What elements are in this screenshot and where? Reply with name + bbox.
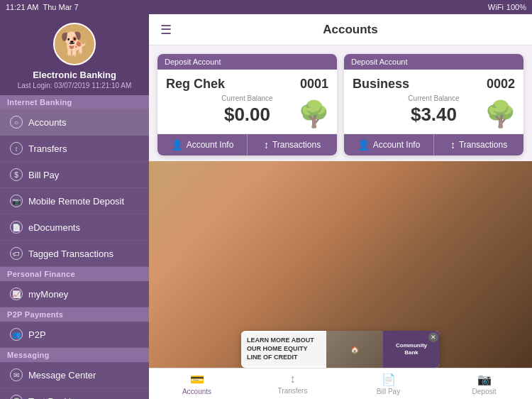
- ad-house-image: 🏠: [326, 331, 383, 368]
- profile-name: Electronic Banking: [33, 70, 116, 80]
- sidebar-label-edocuments: eDocuments: [28, 222, 80, 233]
- account-2-info-label: Account Info: [373, 140, 421, 150]
- sidebar-item-edocuments[interactable]: 📄 eDocuments: [0, 214, 149, 241]
- main-content: ☰ Accounts Deposit Account Reg Chek 0001…: [149, 14, 532, 399]
- accounts-area: Deposit Account Reg Chek 0001 Current Ba…: [149, 45, 532, 161]
- account-1-info-button[interactable]: 👤 Account Info: [157, 134, 248, 155]
- account-1-transactions-button[interactable]: ↕ Transactions: [248, 134, 337, 155]
- status-day: Thu Mar 7: [43, 3, 78, 11]
- account-2-transactions-icon: ↕: [450, 139, 455, 151]
- account-1-name: Reg Chek: [166, 77, 225, 92]
- sidebar-item-text-banking[interactable]: 💬 Text Banking: [0, 388, 149, 399]
- sidebar-item-transfers[interactable]: ↕ Transfers: [0, 136, 149, 162]
- sidebar-section-internet-banking: Internet Banking: [0, 95, 149, 109]
- sidebar-label-transfers: Transfers: [28, 143, 67, 154]
- sidebar-item-p2p[interactable]: 👥 P2P: [0, 322, 149, 348]
- bottom-tab-bar: 💳 Accounts ↕ Transfers 📄 Bill Pay 📷 Depo…: [149, 368, 532, 399]
- sidebar-label-mymoney: myMoney: [28, 289, 68, 300]
- sidebar-item-mobile-deposit[interactable]: 📷 Mobile Remote Deposit: [0, 188, 149, 214]
- account-card-1: Deposit Account Reg Chek 0001 Current Ba…: [157, 54, 337, 155]
- account-2-transactions-button[interactable]: ↕ Transactions: [434, 134, 523, 155]
- tab-transfers[interactable]: ↕ Transfers: [245, 370, 340, 398]
- ad-text: LEARN MORE ABOUT OUR HOME EQUITY LINE OF…: [247, 337, 321, 361]
- account-2-info-icon: 👤: [358, 139, 370, 151]
- sidebar-section-p2p: P2P Payments: [0, 307, 149, 322]
- avatar: 🐕: [53, 23, 96, 65]
- sidebar-item-tagged-transactions[interactable]: 🏷 Tagged Transactions: [0, 241, 149, 267]
- sidebar-label-mobile-deposit: Mobile Remote Deposit: [28, 196, 124, 207]
- mymoney-icon: 📈: [10, 288, 23, 300]
- sidebar-item-bill-pay[interactable]: $ Bill Pay: [0, 162, 149, 188]
- sidebar-profile: 🐕 Electronic Banking Last Login: 03/07/2…: [0, 14, 149, 95]
- sidebar-label-text-banking: Text Banking: [28, 396, 81, 400]
- account-1-number: 0001: [300, 77, 328, 92]
- profile-last-login: Last Login: 03/07/2019 11:21:10 AM: [18, 82, 132, 89]
- p2p-icon: 👥: [10, 328, 23, 341]
- account-card-2: Deposit Account Business 0002 Current Ba…: [344, 54, 523, 155]
- wifi-icon: WiFi: [488, 3, 504, 11]
- account-2-transactions-label: Transactions: [459, 140, 507, 150]
- account-1-info-label: Account Info: [187, 140, 234, 150]
- hamburger-icon[interactable]: ☰: [160, 22, 172, 38]
- sidebar: 🐕 Electronic Banking Last Login: 03/07/2…: [0, 14, 149, 399]
- message-center-icon: ✉: [10, 368, 23, 381]
- bill-pay-icon: $: [10, 168, 23, 181]
- transactions-icon: ↕: [264, 139, 269, 151]
- tab-deposit-label: Deposit: [472, 388, 497, 395]
- account-2-number: 0002: [487, 77, 515, 92]
- battery-icon: 100%: [506, 3, 526, 11]
- account-info-icon: 👤: [171, 139, 183, 151]
- sidebar-item-message-center[interactable]: ✉ Message Center: [0, 362, 149, 388]
- tagged-transactions-icon: 🏷: [10, 247, 23, 260]
- edocuments-icon: 📄: [10, 221, 23, 234]
- account-card-1-footer: 👤 Account Info ↕ Transactions: [157, 133, 337, 155]
- tab-bill-pay-label: Bill Pay: [377, 388, 400, 395]
- account-card-1-body: Reg Chek 0001 Current Balance $0.00 🌳: [157, 70, 337, 133]
- status-bar-left: 11:21 AM Thu Mar 7: [6, 3, 79, 11]
- account-name-row-1: Reg Chek 0001: [166, 77, 328, 92]
- background-photo: LEARN MORE ABOUT OUR HOME EQUITY LINE OF…: [149, 161, 532, 399]
- house-icon: 🏠: [350, 346, 359, 354]
- accounts-icon: ○: [10, 116, 23, 129]
- account-card-2-body: Business 0002 Current Balance $3.40 🌳: [344, 70, 523, 133]
- sidebar-label-accounts: Accounts: [28, 117, 66, 128]
- sidebar-label-bill-pay: Bill Pay: [28, 170, 59, 180]
- status-bar-right: WiFi 100%: [488, 3, 526, 11]
- sidebar-label-p2p: P2P: [28, 329, 46, 340]
- sidebar-section-messaging: Messaging: [0, 348, 149, 362]
- ad-text-area: LEARN MORE ABOUT OUR HOME EQUITY LINE OF…: [241, 332, 326, 366]
- tab-bill-pay[interactable]: 📄 Bill Pay: [340, 370, 436, 398]
- tab-transfers-icon: ↕: [290, 373, 296, 386]
- tab-accounts-label: Accounts: [182, 388, 211, 395]
- app-container: 🐕 Electronic Banking Last Login: 03/07/2…: [0, 14, 532, 399]
- sidebar-label-message-center: Message Center: [28, 370, 96, 381]
- ad-logo-line1: Community: [396, 342, 427, 349]
- sidebar-item-accounts[interactable]: ○ Accounts: [0, 109, 149, 136]
- account-card-2-header: Deposit Account: [344, 54, 523, 70]
- status-time: 11:21 AM: [6, 3, 38, 11]
- tab-transfers-label: Transfers: [278, 387, 308, 395]
- account-name-row-2: Business 0002: [353, 77, 515, 92]
- sidebar-section-personal-finance: Personal Finance: [0, 267, 149, 281]
- ad-banner: LEARN MORE ABOUT OUR HOME EQUITY LINE OF…: [241, 331, 440, 368]
- account-card-1-header: Deposit Account: [157, 54, 337, 70]
- sidebar-item-mymoney[interactable]: 📈 myMoney: [0, 281, 149, 307]
- account-2-name: Business: [353, 77, 409, 92]
- tab-bill-pay-icon: 📄: [382, 373, 396, 386]
- tab-accounts-icon: 💳: [190, 373, 204, 386]
- text-banking-icon: 💬: [10, 395, 23, 399]
- top-nav: ☰ Accounts: [149, 14, 532, 45]
- page-title: Accounts: [180, 23, 521, 37]
- tab-accounts[interactable]: 💳 Accounts: [149, 370, 245, 398]
- transfers-icon: ↕: [10, 142, 23, 155]
- tab-deposit-icon: 📷: [477, 373, 492, 386]
- mobile-deposit-icon: 📷: [10, 195, 23, 207]
- ad-close-button[interactable]: ✕: [428, 332, 438, 342]
- avatar-icon: 🐕: [60, 31, 89, 58]
- tab-deposit[interactable]: 📷 Deposit: [436, 370, 532, 398]
- account-2-info-button[interactable]: 👤 Account Info: [344, 134, 434, 155]
- account-1-transactions-label: Transactions: [272, 140, 321, 150]
- account-card-2-footer: 👤 Account Info ↕ Transactions: [344, 133, 523, 155]
- ad-logo-line2: Bank: [404, 349, 419, 356]
- sidebar-label-tagged-transactions: Tagged Transactions: [28, 248, 113, 259]
